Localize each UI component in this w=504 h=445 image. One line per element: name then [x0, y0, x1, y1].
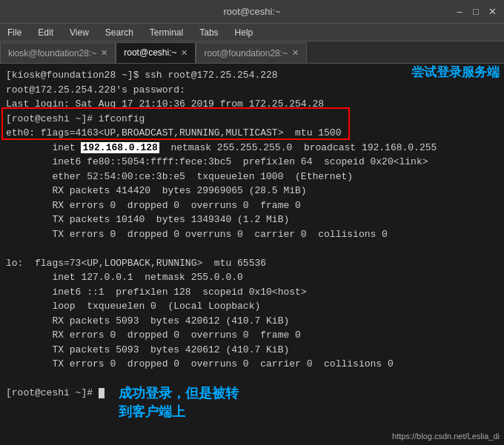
tab-foundation28-label: root@foundation28:~ [204, 48, 288, 58]
terminal-line-lo2: inet 127.0.0.1 netmask 255.0.0.0 [6, 270, 498, 285]
tab-ceshi-close[interactable]: ✕ [181, 48, 188, 58]
menu-tabs[interactable]: Tabs [196, 26, 221, 39]
terminal-line-blank2 [6, 372, 498, 387]
terminal-line-prompt: [root@ceshi ~]# [6, 386, 498, 401]
tab-kiosk[interactable]: kiosk@foundation28:~ ✕ [0, 42, 116, 63]
minimize-button[interactable]: – [454, 6, 465, 18]
terminal-line-12: TX errors 0 dropped 0 overruns 0 carrier… [6, 227, 498, 242]
tabs-bar: kiosk@foundation28:~ ✕ root@ceshi:~ ✕ ro… [0, 41, 504, 64]
terminal-line-3: Last login: Sat Aug 17 21:10:36 2019 fro… [6, 97, 498, 112]
tab-kiosk-close[interactable]: ✕ [101, 48, 107, 58]
terminal-line-blank1 [6, 241, 498, 256]
menu-edit[interactable]: Edit [35, 26, 56, 39]
window-controls: – □ ✕ [454, 6, 498, 18]
annotation-success: 成功登录，但是被转 到客户端上 [119, 365, 239, 421]
menu-bar: File Edit View Search Terminal Tabs Help [0, 24, 504, 41]
tab-foundation28[interactable]: root@foundation28:~ ✕ [196, 42, 307, 63]
terminal-line-2: root@172.25.254.228's password: [6, 83, 498, 98]
terminal-line-11: TX packets 10140 bytes 1349340 (1.2 MiB) [6, 213, 498, 227]
terminal-line-lo3: inet6 ::1 prefixlen 128 scopeid 0x10<hos… [6, 285, 498, 300]
window-title: root@ceshi:~ [223, 6, 280, 17]
menu-search[interactable]: Search [102, 26, 136, 39]
cursor [99, 388, 105, 398]
close-button[interactable]: ✕ [486, 6, 498, 18]
tab-foundation28-close[interactable]: ✕ [292, 48, 299, 58]
terminal-line-lo8: TX errors 0 dropped 0 overruns 0 carrier… [6, 357, 498, 372]
menu-help[interactable]: Help [232, 26, 256, 39]
terminal-line-6: inet 192.168.0.128 netmask 255.255.255.0… [6, 141, 498, 155]
terminal-line-lo5: RX packets 5093 bytes 420612 (410.7 KiB) [6, 314, 498, 329]
tab-kiosk-label: kiosk@foundation28:~ [8, 48, 96, 58]
ip-address: 192.168.0.128 [81, 142, 159, 153]
terminal-line-lo6: RX errors 0 dropped 0 overruns 0 frame 0 [6, 328, 498, 343]
terminal-line-9: RX packets 414420 bytes 29969065 (28.5 M… [6, 184, 498, 198]
maximize-button[interactable]: □ [470, 6, 482, 18]
tab-ceshi-label: root@ceshi:~ [124, 47, 176, 58]
terminal-content[interactable]: [kiosk@foundation28 ~]$ ssh root@172.25.… [0, 64, 504, 445]
terminal-line-lo4: loop txqueuelen 0 (Local Loopback) [6, 299, 498, 314]
menu-view[interactable]: View [67, 26, 92, 39]
terminal-line-8: ether 52:54:00:ce:3b:e5 txqueuelen 1000 … [6, 170, 498, 184]
terminal-line-lo7: TX packets 5093 bytes 420612 (410.7 KiB) [6, 343, 498, 358]
terminal-line-4: [root@ceshi ~]# ifconfig [6, 112, 498, 127]
title-bar: root@ceshi:~ – □ ✕ [0, 0, 504, 24]
terminal-line-10: RX errors 0 dropped 0 overruns 0 frame 0 [6, 198, 498, 213]
watermark: https://blog.csdn.net/Leslia_di [392, 430, 500, 443]
terminal-line-7: inet6 fe80::5054:ffff:fece:3bc5 prefixle… [6, 155, 498, 170]
tab-ceshi[interactable]: root@ceshi:~ ✕ [116, 42, 196, 63]
terminal-line-5: eth0: flags=4163<UP,BROADCAST,RUNNING,MU… [6, 126, 498, 141]
terminal-line-lo: lo: flags=73<UP,LOOPBACK,RUNNING> mtu 65… [6, 256, 498, 271]
menu-file[interactable]: File [4, 26, 24, 39]
annotation-login: 尝试登录服务端 [411, 64, 500, 81]
menu-terminal[interactable]: Terminal [147, 26, 186, 39]
